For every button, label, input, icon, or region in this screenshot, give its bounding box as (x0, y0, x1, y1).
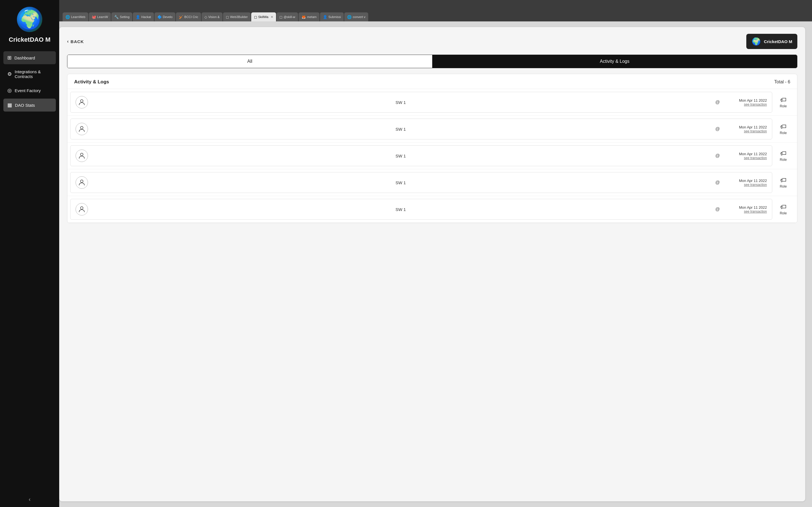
table-total: Total - 6 (774, 79, 790, 84)
log-date: Mon Apr 11 2022 (727, 98, 767, 103)
log-at-symbol: @ (713, 126, 722, 131)
browser-tab[interactable]: 🔧Setting (111, 12, 132, 21)
sidebar-item-label-dashboard: Dashboard (14, 55, 35, 60)
log-date: Mon Apr 11 2022 (727, 125, 767, 129)
logs-table-container: Activity & Logs Total - 6 SW 1 @ Mon Apr… (67, 74, 797, 223)
browser-tab[interactable]: 🦊metam (299, 12, 319, 21)
sidebar-logo: 🌍 (17, 7, 42, 32)
svg-point-3 (80, 180, 83, 182)
browser-tab[interactable]: 🏏BCCI Cric (176, 12, 201, 21)
table-title: Activity & Logs (74, 79, 109, 85)
dashboard-icon: ⊞ (7, 55, 11, 61)
tab-activity-logs[interactable]: Activity & Logs (432, 55, 797, 68)
role-badge[interactable]: 🏷 Role (776, 96, 790, 108)
svg-point-2 (80, 153, 83, 156)
org-name: CricketDAO M (764, 39, 792, 44)
log-date-block: Mon Apr 11 2022 see transaction (727, 152, 767, 160)
tab-label: LearnW (97, 15, 108, 18)
browser-tab[interactable]: 🌐convert v (344, 12, 368, 21)
tab-favicon-icon: 🦊 (301, 15, 306, 19)
log-at-symbol: @ (713, 153, 722, 158)
browser-tab[interactable]: ◻Web3Builder (223, 12, 251, 21)
tab-favicon-icon: ◻ (226, 15, 229, 19)
tab-label: convert v (353, 15, 365, 18)
tab-all[interactable]: All (67, 55, 432, 68)
role-label: Role (780, 104, 787, 108)
browser-tab[interactable]: 🌐LearnWeb (63, 12, 88, 21)
avatar (75, 176, 88, 189)
log-at-symbol: @ (713, 100, 722, 105)
page-header: ‹ BACK 🌍 CricketDAO M (67, 34, 797, 49)
table-row: SW 1 @ Mon Apr 11 2022 see transaction 🏷… (67, 196, 797, 223)
browser-tab[interactable]: 🔷Develo (154, 12, 175, 21)
sidebar-item-label-integrations: Integrations & Contracts (15, 69, 52, 79)
browser-tab[interactable]: 🐙LearnW (89, 12, 111, 21)
role-badge[interactable]: 🏷 Role (776, 123, 790, 135)
browser-tab[interactable]: ◻@skill-w (276, 12, 298, 21)
role-badge[interactable]: 🏷 Role (776, 150, 790, 162)
log-name: SW 1 (94, 207, 708, 212)
tab-favicon-icon: 👤 (136, 15, 140, 19)
tab-favicon-icon: ◻ (280, 15, 283, 19)
tab-favicon-icon: 🔷 (157, 15, 162, 19)
tab-label: BCCI Cric (185, 15, 198, 18)
tab-favicon-icon: 🌐 (347, 15, 352, 19)
back-chevron-icon: ‹ (67, 39, 69, 44)
avatar (75, 96, 88, 108)
browser-tab[interactable]: 👤Hackat (133, 12, 154, 21)
log-name: SW 1 (94, 127, 708, 131)
table-row: SW 1 @ Mon Apr 11 2022 see transaction 🏷… (67, 143, 797, 169)
org-globe-icon: 🌍 (751, 37, 761, 46)
sidebar-item-dao-stats[interactable]: ▦ DAO Stats (3, 99, 56, 112)
see-transaction-link[interactable]: see transaction (727, 210, 767, 214)
tab-label: @skill-w (284, 15, 295, 18)
see-transaction-link[interactable]: see transaction (727, 156, 767, 160)
tab-label: Vision & (208, 15, 220, 18)
globe-icon: 🌍 (18, 10, 41, 29)
log-date-block: Mon Apr 11 2022 see transaction (727, 125, 767, 133)
tab-label: Setting (120, 15, 130, 18)
back-label: BACK (70, 39, 84, 44)
role-label: Role (780, 184, 787, 188)
avatar (75, 203, 88, 216)
log-name: SW 1 (94, 154, 708, 158)
main-content: 🌐LearnWeb🐙LearnW🔧Setting👤Hackat🔷Develo🏏B… (59, 0, 812, 507)
browser-tab[interactable]: 👤Submissi (320, 12, 344, 21)
role-badge[interactable]: 🏷 Role (776, 177, 790, 188)
dao-stats-icon: ▦ (7, 102, 12, 108)
role-badge[interactable]: 🏷 Role (776, 203, 790, 215)
tag-icon: 🏷 (780, 177, 786, 184)
log-date: Mon Apr 11 2022 (727, 179, 767, 183)
tab-close-icon[interactable]: ✕ (271, 15, 273, 19)
tab-label: Submissi (328, 15, 341, 18)
log-at-symbol: @ (713, 180, 722, 185)
log-entry: SW 1 @ Mon Apr 11 2022 see transaction (70, 199, 772, 220)
sidebar-nav: ⊞ Dashboard ⚙ Integrations & Contracts ◎… (3, 51, 56, 112)
event-factory-icon: ◎ (7, 87, 12, 94)
tag-icon: 🏷 (780, 203, 786, 211)
log-entry: SW 1 @ Mon Apr 11 2022 see transaction (70, 92, 772, 113)
sidebar-item-event-factory[interactable]: ◎ Event Factory (3, 84, 56, 97)
log-name: SW 1 (94, 180, 708, 185)
browser-tab[interactable]: ◻SkillWa✕ (251, 12, 276, 21)
see-transaction-link[interactable]: see transaction (727, 103, 767, 107)
back-button[interactable]: ‹ BACK (67, 39, 84, 44)
sidebar-org-title: CricketDAO M (9, 36, 50, 43)
tab-favicon-icon: 🌐 (65, 15, 70, 19)
svg-point-0 (80, 100, 83, 102)
log-name: SW 1 (94, 100, 708, 105)
sidebar-item-integrations[interactable]: ⚙ Integrations & Contracts (3, 66, 56, 82)
see-transaction-link[interactable]: see transaction (727, 183, 767, 187)
log-date: Mon Apr 11 2022 (727, 205, 767, 210)
browser-tab[interactable]: ◇Vision & (202, 12, 222, 21)
log-at-symbol: @ (713, 207, 722, 212)
sidebar-item-dashboard[interactable]: ⊞ Dashboard (3, 51, 56, 64)
sidebar-collapse-button[interactable]: ‹ (29, 496, 31, 503)
tab-favicon-icon: ◇ (204, 15, 207, 19)
page-container: ‹ BACK 🌍 CricketDAO M All Activity & Log… (59, 27, 805, 501)
table-row: SW 1 @ Mon Apr 11 2022 see transaction 🏷… (67, 116, 797, 143)
see-transaction-link[interactable]: see transaction (727, 129, 767, 133)
log-entry: SW 1 @ Mon Apr 11 2022 see transaction (70, 172, 772, 193)
table-row: SW 1 @ Mon Apr 11 2022 see transaction 🏷… (67, 89, 797, 116)
tag-icon: 🏷 (780, 150, 786, 157)
